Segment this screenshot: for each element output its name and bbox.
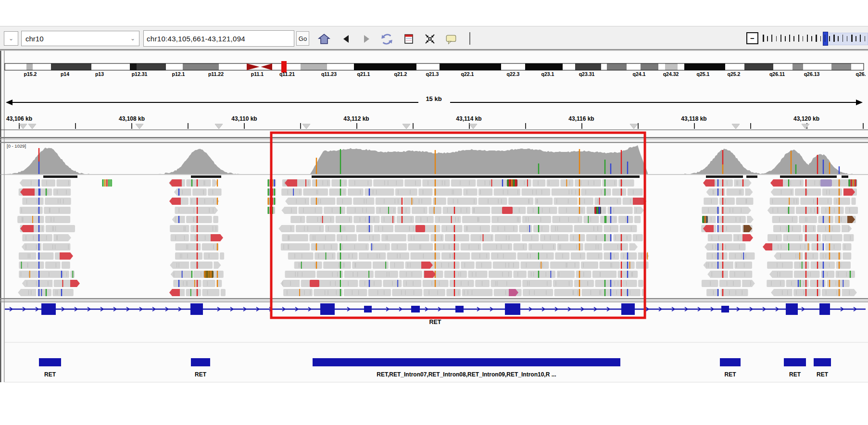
aligned-read <box>476 262 491 269</box>
genomic-view[interactable]: p15.2p14p13p12.31p12.1p11.22p11.1q11.21q… <box>0 0 868 425</box>
aligned-read <box>771 188 794 196</box>
aligned-read <box>428 207 441 214</box>
aligned-read <box>794 271 820 278</box>
aligned-read <box>767 262 793 269</box>
chromosome-ideogram[interactable]: p15.2p14p13p12.31p12.1p11.22p11.1q11.21q… <box>5 61 866 77</box>
annotation-label: RET <box>817 371 829 378</box>
exon-block <box>190 303 203 315</box>
aligned-read <box>558 207 585 214</box>
gene-name-label: RET <box>429 319 441 325</box>
svg-text:43,116 kb: 43,116 kb <box>568 115 594 122</box>
downsampled-bar <box>746 175 757 178</box>
aligned-read <box>213 216 218 223</box>
aligned-read <box>281 243 310 250</box>
aligned-read <box>521 262 549 269</box>
aligned-read <box>533 225 549 232</box>
aligned-read <box>845 207 858 214</box>
aligned-read <box>470 234 493 241</box>
aligned-read <box>513 271 526 278</box>
flagged-read <box>415 225 425 232</box>
aligned-read <box>19 271 38 278</box>
aligned-read <box>53 234 71 241</box>
aligned-read <box>571 252 585 260</box>
aligned-read <box>734 262 752 269</box>
aligned-read <box>208 188 221 196</box>
aligned-read <box>494 188 520 196</box>
svg-text:p13: p13 <box>95 71 104 77</box>
aligned-read <box>381 234 406 241</box>
aligned-read <box>399 271 422 278</box>
aligned-read <box>604 243 628 250</box>
svg-text:q23.1: q23.1 <box>541 71 554 77</box>
aligned-read <box>403 280 421 287</box>
svg-text:43,110 kb: 43,110 kb <box>231 115 257 122</box>
aligned-read <box>339 243 369 250</box>
aligned-read <box>704 243 722 250</box>
aligned-read <box>767 280 785 287</box>
aligned-read <box>462 216 491 223</box>
svg-text:p12.1: p12.1 <box>172 71 185 77</box>
svg-text:q21.3: q21.3 <box>426 71 439 77</box>
exon-block <box>320 303 335 315</box>
svg-text:q11.21: q11.21 <box>279 71 295 77</box>
aligned-read <box>620 225 637 232</box>
aligned-read <box>43 243 71 250</box>
aligned-read <box>633 234 643 241</box>
aligned-read <box>786 280 809 287</box>
aligned-read <box>356 225 373 232</box>
downsampled-bar <box>706 175 743 178</box>
aligned-read <box>817 225 840 232</box>
aligned-read <box>462 289 493 296</box>
aligned-read <box>491 280 521 287</box>
svg-text:q26.11: q26.11 <box>769 71 785 77</box>
aligned-read <box>843 243 852 250</box>
aligned-read <box>586 234 612 241</box>
aligned-read <box>604 252 619 260</box>
aligned-read <box>724 243 745 250</box>
aligned-read <box>197 207 218 214</box>
aligned-read <box>493 262 519 269</box>
downsampled-bar <box>312 175 640 178</box>
aligned-read <box>170 225 189 232</box>
aligned-read <box>418 188 432 196</box>
aligned-read <box>592 271 616 278</box>
aligned-read <box>359 280 382 287</box>
aligned-read <box>395 188 417 196</box>
aligned-read <box>299 207 323 214</box>
aligned-read <box>707 271 728 278</box>
aligned-read <box>555 252 569 260</box>
aligned-read <box>278 225 294 232</box>
aligned-read <box>404 179 421 187</box>
aligned-read <box>508 198 533 205</box>
aligned-read <box>800 198 818 205</box>
svg-text:p15.2: p15.2 <box>24 71 37 77</box>
svg-text:q26.: q26. <box>855 71 866 77</box>
aligned-read <box>392 289 422 296</box>
aligned-read <box>443 207 471 214</box>
aligned-read <box>376 207 396 214</box>
aligned-read <box>358 234 380 241</box>
aligned-read <box>574 225 603 232</box>
aligned-read <box>344 289 367 296</box>
aligned-read <box>22 234 52 241</box>
aligned-read <box>445 234 469 241</box>
aligned-read <box>288 252 314 260</box>
aligned-read <box>622 280 637 287</box>
flagged-read <box>310 280 319 287</box>
aligned-read <box>773 225 801 232</box>
exon-block <box>455 306 464 312</box>
aligned-read <box>708 234 732 241</box>
aligned-read <box>323 262 351 269</box>
aligned-read <box>403 198 431 205</box>
aligned-read <box>407 234 429 241</box>
svg-text:q11.23: q11.23 <box>321 71 337 77</box>
aligned-read <box>53 188 71 196</box>
aligned-read <box>799 216 817 223</box>
aligned-read <box>769 271 793 278</box>
svg-text:q25.1: q25.1 <box>697 71 710 77</box>
exon-block <box>505 303 520 315</box>
aligned-read <box>423 225 440 232</box>
aligned-read <box>38 252 54 260</box>
aligned-read <box>391 243 407 250</box>
svg-text:q22.1: q22.1 <box>461 71 474 77</box>
